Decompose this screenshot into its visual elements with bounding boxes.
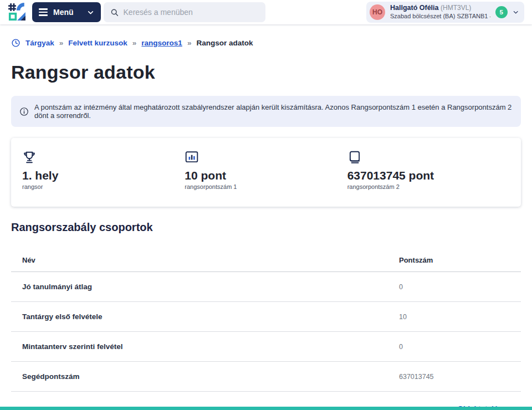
history-clock-icon (11, 38, 21, 48)
rule-points: 637013745 (399, 373, 521, 381)
hamburger-icon (39, 8, 48, 16)
chevron-down-icon (87, 9, 94, 16)
column-header-name: Név (11, 256, 399, 264)
notification-badge: 5 (495, 6, 508, 18)
section-title: Rangsorszabály csoportok (11, 221, 521, 234)
breadcrumb-link-felvett-kurzusok[interactable]: Felvett kurzusok (68, 39, 127, 47)
table-header-row: Név Pontszám (11, 249, 521, 272)
breadcrumb-link-targyak[interactable]: Tárgyak (25, 39, 54, 47)
chevron-down-icon (513, 8, 519, 16)
breadcrumb-link-rangsoros1[interactable]: rangsoros1 (141, 39, 182, 47)
stat-rank: 1. hely rangsor (22, 150, 185, 190)
search-box[interactable] (104, 2, 265, 22)
bar-chart-icon (185, 150, 347, 166)
table-row: Jó tanulmányi átlag 0 (11, 272, 521, 302)
info-banner-text: A pontszám az intézmény által meghatároz… (34, 103, 513, 120)
stat-points1-value: 10 pont (185, 169, 347, 182)
neptun-logo-icon[interactable] (8, 3, 27, 22)
trophy-icon (22, 150, 185, 166)
info-banner: A pontszám az intézmény által meghatároz… (11, 96, 521, 127)
user-program: Szabad bölcsészet (BA) SZBTANB1 - alapk.… (390, 13, 490, 20)
page-title: Rangsor adatok (11, 62, 521, 83)
breadcrumb: Tárgyak » Felvett kurzusok » rangsoros1 … (11, 38, 521, 48)
table-row: Segédpontszám 637013745 (11, 362, 521, 392)
menu-button[interactable]: Menü (32, 2, 101, 22)
search-input[interactable] (124, 8, 259, 17)
stat-points2-label: rangsorpontszám 2 (347, 183, 510, 190)
user-info: Hallgató Ofélia (HMT3VL) Szabad bölcsész… (390, 4, 490, 20)
rank-rules-table: Név Pontszám Jó tanulmányi átlag 0 Tantá… (11, 249, 521, 392)
stat-points2-value: 637013745 pont (347, 169, 510, 182)
breadcrumb-separator: » (187, 39, 192, 47)
rule-name: Tantárgy első felvétele (11, 312, 399, 321)
user-menu[interactable]: HO Hallgató Ofélia (HMT3VL) Szabad bölcs… (366, 2, 524, 23)
user-name: Hallgató Ofélia (390, 4, 439, 12)
breadcrumb-separator: » (132, 39, 137, 47)
page: Menü HO Hallgató Ofélia (HMT3VL) Szabad … (0, 0, 532, 410)
breadcrumb-current: Rangsor adatok (196, 39, 253, 47)
stat-rank-value: 1. hely (22, 169, 185, 182)
main-content: Tárgyak » Felvett kurzusok » rangsoros1 … (0, 38, 532, 410)
rank-summary-card: 1. hely rangsor 10 pont rangsorpontszám … (11, 138, 521, 207)
top-bar: Menü HO Hallgató Ofélia (HMT3VL) Szabad … (0, 0, 532, 24)
rule-name: Mintatanterv szerinti felvétel (11, 342, 399, 351)
stat-points1-label: rangsorpontszám 1 (185, 183, 347, 190)
rule-points: 0 (399, 343, 521, 351)
rule-points: 10 (399, 313, 521, 321)
avatar: HO (370, 4, 385, 20)
breadcrumb-separator: » (59, 39, 64, 47)
info-icon (19, 107, 29, 116)
footer-accent-bar (0, 407, 532, 410)
table-row: Mintatanterv szerinti felvétel 0 (11, 332, 521, 362)
search-icon (110, 8, 119, 17)
user-code: (HMT3VL) (441, 4, 471, 12)
rule-name: Segédpontszám (11, 372, 399, 381)
rule-points: 0 (399, 283, 521, 291)
table-row: Tantárgy első felvétele 10 (11, 302, 521, 332)
stat-points1: 10 pont rangsorpontszám 1 (185, 150, 347, 190)
menu-button-label: Menü (53, 8, 74, 17)
rule-name: Jó tanulmányi átlag (11, 283, 399, 291)
book-icon (347, 150, 510, 166)
column-header-points: Pontszám (399, 256, 521, 264)
stat-points2: 637013745 pont rangsorpontszám 2 (347, 150, 510, 190)
stat-rank-label: rangsor (22, 183, 185, 190)
